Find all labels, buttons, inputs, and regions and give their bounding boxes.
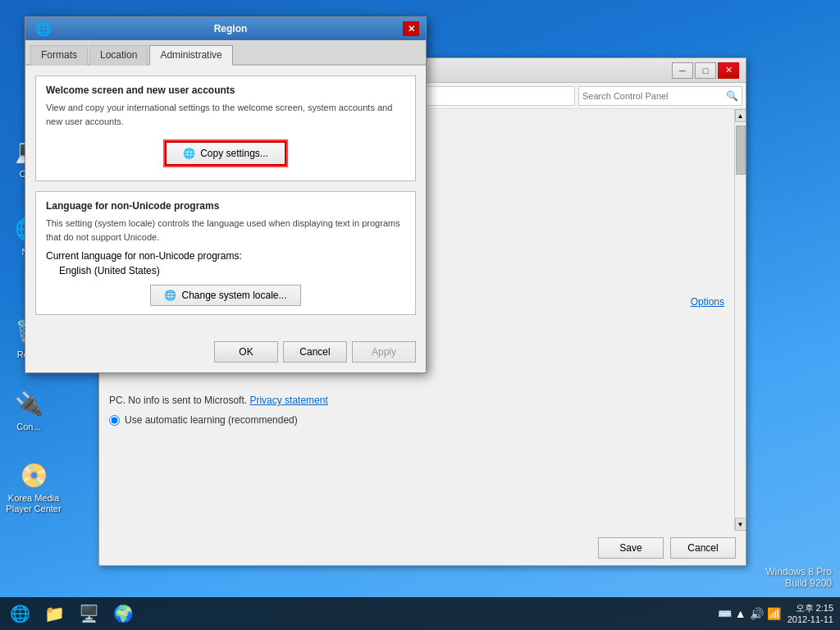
copy-settings-wrapper: 🌐 Copy settings... xyxy=(46,135,405,172)
cancel-button-dialog[interactable]: Cancel xyxy=(283,341,347,363)
content-privacy-text: PC. No info is sent to Microsoft. Privac… xyxy=(109,393,724,408)
current-locale-label: Current language for non-Unicode program… xyxy=(46,250,405,262)
taskbar-ie-icon[interactable]: 🌐 xyxy=(3,599,36,628)
change-locale-button[interactable]: 🌐 Change system locale... xyxy=(150,285,300,306)
dialog-icon: 🌐 xyxy=(32,17,55,40)
dialog-tabs: Formats Location Administrative xyxy=(25,40,426,66)
connect-icon: 🔌 xyxy=(12,387,45,420)
current-locale-value: English (United States) xyxy=(59,265,405,276)
region-dialog: 🌐 Region ✕ Formats Location Administrati… xyxy=(25,16,427,373)
ok-button[interactable]: OK xyxy=(214,341,278,363)
taskbar-time-value: 오후 2:15 xyxy=(788,602,833,614)
taskbar-display-icon[interactable]: 🖥️ xyxy=(72,599,105,628)
welcome-section: Welcome screen and new user accounts Vie… xyxy=(35,75,416,181)
unicode-section-title: Language for non-Unicode programs xyxy=(46,200,405,212)
scrollbar-down-button[interactable]: ▼ xyxy=(735,518,746,531)
change-locale-wrapper: 🌐 Change system locale... xyxy=(46,285,405,306)
unicode-section: Language for non-Unicode programs This s… xyxy=(35,191,416,315)
taskbar-clock[interactable]: 오후 2:15 2012-11-11 xyxy=(788,602,833,626)
taskbar-date-value: 2012-11-11 xyxy=(788,614,833,625)
minimize-button[interactable]: ─ xyxy=(672,62,693,79)
player-center-icon: 📀 xyxy=(17,459,50,491)
change-locale-label: Change system locale... xyxy=(181,290,286,301)
auto-learning-radio-row: Use automatic learning (recommended) xyxy=(109,414,724,426)
tab-location[interactable]: Location xyxy=(89,45,148,66)
maximize-button[interactable]: □ xyxy=(695,62,716,79)
desktop-icon-connect[interactable]: 🔌 Con... xyxy=(0,384,57,436)
copy-settings-globe-icon: 🌐 xyxy=(183,148,195,159)
dialog-footer: OK Cancel Apply xyxy=(25,335,426,372)
bg-window-controls: ─ □ ✕ xyxy=(672,62,739,79)
apply-button[interactable]: Apply xyxy=(352,341,416,363)
keyboard-icon: ⌨️ xyxy=(718,607,732,620)
search-icon: 🔍 xyxy=(726,90,738,102)
taskbar: 🌐 📁 🖥️ 🌍 ⌨️ ▲ 🔊 📶 오후 2:15 2012-11-11 xyxy=(0,597,840,630)
tab-formats[interactable]: Formats xyxy=(30,45,88,66)
bg-window-footer: Save Cancel xyxy=(99,531,746,565)
taskbar-network-icon[interactable]: 🌍 xyxy=(107,599,139,628)
win8-build-line1: Windows 8 Pro xyxy=(765,566,832,578)
scrollbar-thumb[interactable] xyxy=(736,126,746,175)
auto-learning-label: Use automatic learning (recommended) xyxy=(125,414,298,426)
dialog-titlebar: 🌐 Region ✕ xyxy=(25,17,426,40)
scrollbar: ▲ ▼ xyxy=(734,109,746,531)
content-section-4: PC. No info is sent to Microsoft. Privac… xyxy=(109,393,724,426)
copy-settings-button[interactable]: 🌐 Copy settings... xyxy=(165,141,286,166)
connect-icon-label: Con... xyxy=(16,422,40,432)
close-button[interactable]: ✕ xyxy=(718,62,739,79)
dialog-body: Welcome screen and new user accounts Vie… xyxy=(25,66,426,335)
player-center-label: Korea Media Player Center xyxy=(6,493,61,514)
scrollbar-up-button[interactable]: ▲ xyxy=(735,109,746,122)
auto-learning-radio[interactable] xyxy=(109,415,120,426)
taskbar-right: ⌨️ ▲ 🔊 📶 오후 2:15 2012-11-11 xyxy=(718,602,840,626)
desktop-icon-player-center[interactable]: 📀 Korea Media Player Center xyxy=(0,455,67,518)
volume-icon[interactable]: 🔊 xyxy=(750,607,764,620)
dialog-title: Region xyxy=(58,23,403,34)
win8-build-line2: Build 9200 xyxy=(765,578,832,589)
up-arrow-icon[interactable]: ▲ xyxy=(735,607,746,620)
tab-administrative[interactable]: Administrative xyxy=(149,45,232,66)
dialog-close-button[interactable]: ✕ xyxy=(403,21,419,36)
search-box[interactable]: 🔍 xyxy=(578,86,742,106)
change-locale-globe-icon: 🌐 xyxy=(164,290,176,301)
unicode-section-desc: This setting (system locale) controls th… xyxy=(46,217,405,244)
cancel-button[interactable]: Cancel xyxy=(670,537,736,559)
desktop: d settings ─ □ ✕ ◀ ▶ ↻ 🔍 ne one determin… xyxy=(0,0,840,630)
save-button[interactable]: Save xyxy=(598,537,664,559)
win8-build-info: Windows 8 Pro Build 9200 xyxy=(765,566,832,589)
privacy-static-text: PC. No info is sent to Microsoft. xyxy=(109,395,247,406)
network-status-icon[interactable]: 📶 xyxy=(767,607,781,620)
taskbar-system-icons: ⌨️ ▲ 🔊 📶 xyxy=(718,607,781,620)
welcome-section-title: Welcome screen and new user accounts xyxy=(46,84,405,96)
options-link[interactable]: Options xyxy=(691,296,724,308)
copy-settings-label: Copy settings... xyxy=(200,148,268,159)
welcome-section-desc: View and copy your international setting… xyxy=(46,101,405,128)
taskbar-pinned-icons: 🌐 📁 🖥️ 🌍 xyxy=(0,597,143,630)
taskbar-explorer-icon[interactable]: 📁 xyxy=(38,599,71,628)
privacy-statement-link[interactable]: Privacy statement xyxy=(249,395,327,406)
search-input[interactable] xyxy=(582,91,723,101)
